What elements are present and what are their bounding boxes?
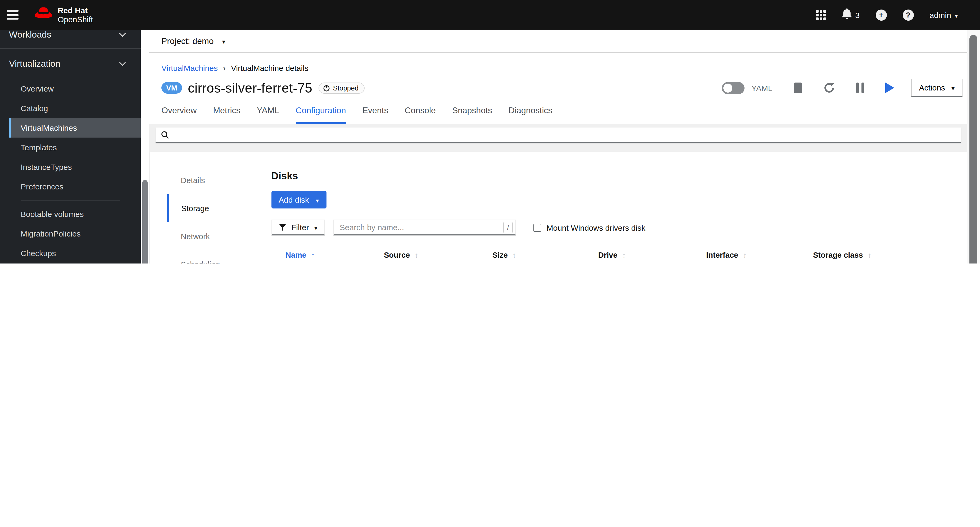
configuration-subnav: Details Storage Network Scheduling SSH I… bbox=[167, 166, 253, 263]
sidebar-item-catalog[interactable]: Catalog bbox=[9, 99, 141, 118]
actions-button[interactable]: Actions bbox=[911, 79, 963, 97]
caret-down-icon bbox=[222, 36, 225, 46]
configuration-panel: Details Storage Network Scheduling SSH I… bbox=[150, 152, 967, 263]
stop-icon bbox=[794, 83, 802, 93]
page-scrollbar-thumb[interactable] bbox=[969, 35, 977, 263]
chevron-down-icon bbox=[119, 30, 126, 37]
breadcrumb-link-virtualmachines[interactable]: VirtualMachines bbox=[161, 64, 218, 73]
project-bar: Project: demo bbox=[149, 30, 967, 53]
column-header-source[interactable]: Source bbox=[384, 243, 492, 263]
caret-down-icon bbox=[316, 195, 319, 204]
hamburger-menu-icon[interactable] bbox=[7, 10, 19, 19]
search-shortcut-hint: / bbox=[503, 222, 513, 233]
tab-snapshots[interactable]: Snapshots bbox=[452, 106, 492, 124]
start-vm-button[interactable] bbox=[885, 83, 894, 93]
disks-heading: Disks bbox=[271, 170, 960, 182]
tab-bar: Overview Metrics YAML Configuration Even… bbox=[161, 106, 967, 124]
sidebar-item-instancetypes[interactable]: InstanceTypes bbox=[9, 157, 141, 177]
sidebar-item-migrationpolicies[interactable]: MigrationPolicies bbox=[9, 224, 141, 244]
tab-overview[interactable]: Overview bbox=[161, 106, 197, 124]
page-header: VirtualMachines VirtualMachine details V… bbox=[149, 53, 967, 124]
stopped-icon bbox=[323, 84, 330, 92]
sidebar-item-virtualmachines[interactable]: VirtualMachines bbox=[9, 118, 141, 138]
project-selector[interactable]: Project: demo bbox=[161, 36, 226, 46]
sidebar-item-virtualization[interactable]: Virtualization bbox=[0, 54, 141, 73]
sidebar-item-workloads[interactable]: Workloads bbox=[0, 30, 141, 45]
subnav-item-storage[interactable]: Storage bbox=[167, 194, 251, 222]
sidebar-item-bootable-volumes[interactable]: Bootable volumes bbox=[9, 204, 141, 224]
page-scrollbar-track[interactable] bbox=[967, 30, 980, 263]
sidebar-scrollbar-track[interactable] bbox=[141, 30, 149, 263]
sort-icon bbox=[512, 250, 516, 261]
disks-section: Disks Add disk Filter / bbox=[271, 152, 960, 263]
sidebar-item-templates[interactable]: Templates bbox=[9, 138, 141, 157]
app-launcher-icon[interactable] bbox=[816, 10, 826, 20]
pause-vm-button[interactable] bbox=[856, 83, 864, 93]
configuration-search-bar[interactable] bbox=[156, 127, 961, 143]
add-disk-button[interactable]: Add disk bbox=[271, 191, 326, 209]
sort-icon bbox=[415, 250, 418, 261]
breadcrumb-separator-icon bbox=[223, 64, 226, 73]
pause-icon bbox=[856, 83, 864, 93]
sort-ascending-icon bbox=[311, 250, 315, 261]
page-title: cirros-silver-ferret-75 bbox=[188, 80, 312, 96]
masthead: Red Hat OpenShift 3 + ? admin bbox=[0, 0, 980, 30]
tab-console[interactable]: Console bbox=[404, 106, 436, 124]
sort-icon bbox=[868, 250, 872, 261]
notification-count: 3 bbox=[855, 10, 860, 19]
chevron-down-icon bbox=[955, 10, 958, 19]
user-menu[interactable]: admin bbox=[929, 10, 958, 19]
caret-down-icon bbox=[951, 83, 955, 92]
main-content: Project: demo VirtualMachines VirtualMac… bbox=[149, 30, 967, 263]
caret-down-icon bbox=[314, 223, 318, 232]
search-icon bbox=[161, 131, 169, 139]
search-by-name-input[interactable] bbox=[333, 220, 516, 236]
play-icon bbox=[885, 83, 894, 93]
redhat-hat-icon bbox=[33, 6, 53, 23]
restart-vm-button[interactable] bbox=[823, 82, 835, 94]
column-header-storage-class[interactable]: Storage class bbox=[813, 243, 929, 263]
brand-text: Red Hat OpenShift bbox=[58, 6, 93, 24]
sidebar-item-overview[interactable]: Overview bbox=[9, 79, 141, 99]
column-header-size[interactable]: Size bbox=[492, 243, 598, 263]
bell-icon bbox=[842, 8, 852, 21]
filter-icon bbox=[278, 224, 286, 231]
sort-icon bbox=[743, 250, 747, 261]
vm-kind-badge: VM bbox=[161, 82, 182, 94]
yaml-toggle-label: YAML bbox=[751, 83, 772, 92]
subnav-item-network[interactable]: Network bbox=[168, 222, 253, 250]
subnav-item-scheduling[interactable]: Scheduling bbox=[168, 250, 253, 263]
column-header-name[interactable]: Name bbox=[285, 243, 384, 263]
disks-table-header: Name Source Size Drive Interface Storage… bbox=[271, 243, 960, 263]
filter-dropdown[interactable]: Filter bbox=[271, 220, 325, 236]
sort-icon bbox=[622, 250, 626, 261]
disks-table: Name Source Size Drive Interface Storage… bbox=[271, 243, 960, 263]
sidebar-scrollbar-thumb[interactable] bbox=[142, 180, 148, 263]
stop-vm-button[interactable] bbox=[794, 83, 802, 93]
notifications-button[interactable]: 3 bbox=[842, 8, 860, 21]
subnav-item-details[interactable]: Details bbox=[168, 166, 253, 194]
mount-windows-drivers-checkbox-label: Mount Windows drivers disk bbox=[533, 223, 645, 232]
column-header-drive[interactable]: Drive bbox=[598, 243, 706, 263]
column-header-interface[interactable]: Interface bbox=[706, 243, 813, 263]
breadcrumb-current: VirtualMachine details bbox=[231, 64, 309, 73]
chevron-down-icon bbox=[119, 59, 126, 66]
tab-yaml[interactable]: YAML bbox=[257, 106, 279, 124]
help-icon[interactable]: ? bbox=[902, 9, 913, 21]
status-badge: Stopped bbox=[318, 82, 364, 93]
sidebar-item-checkups[interactable]: Checkups bbox=[9, 244, 141, 263]
tab-events[interactable]: Events bbox=[363, 106, 388, 124]
username: admin bbox=[929, 10, 951, 19]
tab-diagnostics[interactable]: Diagnostics bbox=[509, 106, 552, 124]
tab-configuration[interactable]: Configuration bbox=[296, 106, 346, 124]
add-icon[interactable]: + bbox=[875, 9, 887, 21]
restart-icon bbox=[823, 82, 835, 94]
mount-windows-drivers-checkbox[interactable] bbox=[533, 224, 541, 231]
brand-logo[interactable]: Red Hat OpenShift bbox=[33, 6, 93, 24]
tab-metrics[interactable]: Metrics bbox=[213, 106, 240, 124]
sidebar-item-preferences[interactable]: Preferences bbox=[9, 177, 141, 196]
breadcrumb: VirtualMachines VirtualMachine details bbox=[161, 64, 967, 73]
yaml-toggle[interactable] bbox=[722, 82, 745, 94]
sidebar-nav: Workloads Virtualization Overview Catalo… bbox=[0, 30, 141, 263]
